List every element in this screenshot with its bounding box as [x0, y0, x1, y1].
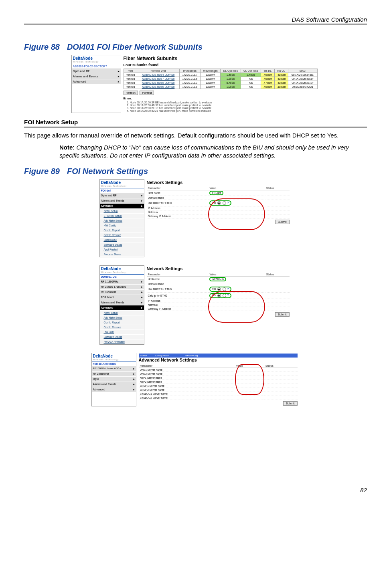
remote-unit-link[interactable]: ABB092-MB-RU54-DDR410 [137, 73, 179, 77]
breadcrumb[interactable]: ABB092-FOI-02-SECTOR7 [72, 64, 121, 69]
sub-nav-item[interactable]: Adv Netw Setup [100, 218, 144, 223]
sub-nav-item[interactable]: Adv Netw Setup [100, 315, 144, 320]
dhcp-no-radio[interactable] [223, 201, 226, 205]
nav-item[interactable]: RF 2 AWS 1700/2100▸ [100, 285, 144, 290]
refresh-button[interactable]: Refresh [124, 91, 138, 95]
sub-nav-item[interactable]: HW units [100, 330, 144, 335]
sub-nav-item[interactable]: Netw. Setup [100, 209, 144, 214]
figure-89-screenshot: DeltaNodeWireless Technology FOI-def Opt… [99, 179, 292, 406]
figure-88-caption: Figure 88DOI401 FOI Fiber Network Subuni… [24, 42, 367, 52]
sub-nav-item[interactable]: Software Status [100, 335, 144, 339]
nav-opto-rf[interactable]: Opto and RF▸ [72, 69, 121, 74]
table-row: Port n/aABB092-MB-RU56-DDR410172.22.219.… [124, 85, 317, 89]
subunits-table: PortRemote UnitIP AddressWavelengthDL Op… [124, 69, 318, 89]
hostname-value[interactable]: FOI-def [209, 191, 223, 195]
page-number: 82 [24, 487, 367, 493]
logo: DeltaNodeWireless Technology [100, 266, 144, 275]
ddr-network-settings-panel: DeltaNodeWireless Technology DDR501-UB R… [99, 265, 292, 345]
nav-item[interactable]: RF 1 700MHz Lower ABC a▸ [92, 366, 136, 372]
tab[interactable]: Configuration [155, 354, 170, 357]
panel-subtitle: Four subunits found [124, 63, 318, 67]
help-icon[interactable]: ? [227, 287, 229, 290]
remote-unit-link[interactable]: ABB092-MB-RU55-DDR410 [137, 81, 179, 85]
calcip-yes-radio[interactable] [217, 294, 221, 297]
logo: DeltaNodeWireless Technology [72, 55, 121, 64]
panel-title: Network Settings [147, 266, 290, 271]
figure-89-title: FOI Network Settings [67, 167, 148, 176]
foi-network-settings-panel: DeltaNodeWireless Technology FOI-def Opt… [99, 179, 292, 257]
nav-item[interactable]: Advanced▸ [92, 387, 136, 392]
sub-nav-item[interactable]: Appl Restart [100, 247, 144, 252]
sub-nav-item[interactable]: HW Config [100, 223, 144, 228]
settings-table: ParameterValueStatus Hostnameddr501-ub D… [147, 273, 290, 311]
porttest-button[interactable]: Porttest [140, 91, 154, 95]
figure-88-title: DOI401 FOI Fiber Network Subunits [67, 42, 203, 51]
figure-89-prefix: Figure 89 [24, 167, 60, 176]
error-list: Node 00:1A:26:00:3F:BE has undefined por… [130, 101, 318, 112]
nav-item-advanced[interactable]: Advanced▸ [100, 305, 144, 311]
settings-table: ParameterValueStatus Host nameFOI-def Do… [147, 186, 290, 218]
device-id: FOI-def [100, 188, 144, 193]
figure-89-caption: Figure 89FOI Network Settings [24, 167, 367, 176]
dhcp-yes-radio[interactable] [217, 287, 221, 291]
settings-table: ParameterValueStatus DNS1 Server name DN… [139, 364, 298, 400]
help-icon[interactable]: ? [227, 201, 229, 204]
dhcp-no-radio[interactable] [223, 287, 226, 291]
sub-nav-item[interactable]: Board ADC [100, 238, 144, 242]
nav-item[interactable]: Alarms and Events▸ [92, 382, 136, 387]
device-id: DDR501-UB [100, 275, 144, 279]
nav-item[interactable]: Alarms and Events▸ [100, 300, 144, 305]
figure-88-screenshot: DeltaNodeWireless Technology ABB092-FOI-… [71, 55, 320, 113]
hostname-value[interactable]: ddr501-ub [209, 277, 226, 281]
panel-title: Advanced Network Settings [139, 358, 298, 362]
remote-unit-link[interactable]: ABB092-MB-RU56-DDR410 [137, 85, 179, 89]
nav-item[interactable]: RF 3 2.6GHz▸ [100, 290, 144, 295]
nav-item[interactable]: RF 2 850MHz▸ [92, 372, 136, 377]
nav-item[interactable]: Alarms and Events▸ [100, 198, 144, 204]
section-heading: FOI Network Setup [24, 119, 367, 127]
submit-button[interactable]: Submit [275, 220, 290, 224]
remote-unit-link[interactable]: ABB092-MB-RU57-DDR410 [137, 77, 179, 81]
sub-nav-item[interactable]: Config Restore [100, 233, 144, 238]
submit-button[interactable]: Submit [283, 401, 298, 406]
logo: DeltaNodeWireless Technology [92, 353, 136, 362]
sub-nav-item[interactable]: Process Status [100, 252, 144, 257]
table-row: Port n/aABB092-MB-RU55-DDR410172.22.219.… [124, 81, 317, 85]
sub-nav-item[interactable]: Config Restore [100, 325, 144, 330]
panel-title: Network Settings [147, 180, 290, 185]
sub-nav-item[interactable]: Config Report [100, 228, 144, 233]
submit-button[interactable]: Submit [275, 312, 290, 317]
nav-item[interactable]: Opto and RF▸ [100, 193, 144, 198]
body-paragraph: This page allows for manual override of … [24, 131, 367, 139]
sub-nav-item[interactable]: ETS Net. Setup [100, 214, 144, 218]
calcip-no-radio[interactable] [223, 294, 226, 297]
panel-title: Fiber Network Subunits [124, 56, 318, 61]
dhcp-yes-radio[interactable] [217, 201, 221, 205]
note-label: Note: [59, 144, 75, 151]
figure-88-prefix: Figure 88 [24, 42, 60, 51]
running-head: DAS Software Configuration [24, 16, 367, 24]
nav-item[interactable]: RF 1 1900MHz▸ [100, 279, 144, 285]
nav-item-advanced[interactable]: Advanced▸ [100, 204, 144, 209]
device-id: FOR-001A26003B3C [92, 362, 136, 366]
error-label: Error: [124, 97, 318, 100]
table-row: Port n/aABB092-MB-RU54-DDR410172.22.219.… [124, 73, 317, 77]
advanced-network-settings-panel: DeltaNodeWireless Technology FOR-001A260… [91, 353, 300, 406]
tab[interactable]: Restart/Log [185, 354, 198, 357]
tab[interactable]: Status [140, 354, 147, 357]
note-block: Note: Changing DHCP to "No" can cause lo… [59, 143, 367, 160]
table-row: Port n/aABB092-MB-RU57-DDR410172.22.219.… [124, 77, 317, 81]
sub-nav-item[interactable]: PA/VGA Firmware [100, 339, 144, 344]
logo: DeltaNodeWireless Technology [100, 180, 144, 188]
sub-nav-item[interactable]: Config Report [100, 320, 144, 325]
nav-advanced[interactable]: Advanced▸ [72, 79, 121, 85]
sub-nav-item[interactable]: Software Status [100, 242, 144, 247]
tab-bar: Status Configuration Restart/Log [139, 354, 298, 358]
nav-item[interactable]: Opto▸ [92, 377, 136, 382]
nav-alarms[interactable]: Alarms and Events▸ [72, 74, 121, 79]
nav-item[interactable]: FOR board▸ [100, 295, 144, 300]
help-icon[interactable]: ? [227, 294, 229, 297]
sub-nav-item[interactable]: Netw. Setup [100, 311, 144, 315]
